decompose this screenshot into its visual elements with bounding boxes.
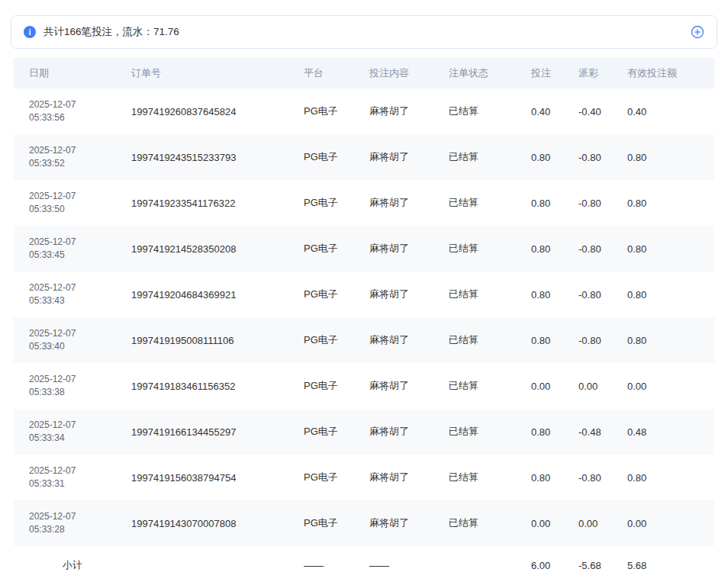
cell-bet: 0.00 (531, 500, 578, 546)
bet-records-table: 日期 订单号 平台 投注内容 注单状态 投注 派彩 有效投注额 2025-12-… (14, 58, 714, 584)
subtotal-platform: —— (304, 546, 369, 584)
subtotal-status (449, 546, 531, 584)
table-row: 2025-12-0705:33:381997419183461156352PG电… (14, 363, 714, 409)
cell-date: 2025-12-0705:33:34 (14, 409, 131, 455)
table-row: 2025-12-0705:33:281997419143070007808PG电… (14, 500, 714, 546)
cell-platform: PG电子 (304, 363, 369, 409)
cell-content: 麻将胡了 (369, 455, 449, 500)
cell-bet: 0.80 (531, 409, 578, 455)
cell-content: 麻将胡了 (369, 409, 449, 455)
subtotal-row: 小计 —— —— 6.00 -5.68 5.68 (14, 546, 714, 584)
cell-bet: 0.80 (531, 226, 578, 272)
cell-platform: PG电子 (304, 409, 369, 455)
circle-plus-icon[interactable] (691, 25, 704, 39)
cell-bet: 0.80 (531, 134, 578, 180)
summary-text: 共计166笔投注，流水：71.76 (43, 25, 691, 39)
col-header-payout: 派彩 (578, 58, 627, 88)
table-row: 2025-12-0705:33:401997419195008111106PG电… (14, 317, 714, 363)
cell-payout: -0.80 (578, 455, 627, 500)
cell-date: 2025-12-0705:33:50 (14, 180, 131, 226)
cell-order: 1997419204684369921 (131, 272, 304, 317)
cell-valid: 0.00 (627, 363, 714, 409)
col-header-platform: 平台 (304, 58, 369, 88)
cell-valid: 0.80 (627, 272, 714, 317)
cell-bet: 0.80 (531, 180, 578, 226)
cell-date: 2025-12-0705:33:43 (14, 272, 131, 317)
cell-date: 2025-12-0705:33:56 (14, 88, 131, 134)
cell-bet: 0.00 (531, 363, 578, 409)
cell-platform: PG电子 (304, 500, 369, 546)
cell-valid: 0.80 (627, 134, 714, 180)
cell-valid: 0.80 (627, 226, 714, 272)
cell-status: 已结算 (449, 317, 531, 363)
cell-status: 已结算 (449, 455, 531, 500)
cell-status: 已结算 (449, 180, 531, 226)
cell-platform: PG电子 (304, 272, 369, 317)
cell-payout: -0.40 (578, 88, 627, 134)
col-header-date: 日期 (14, 58, 131, 88)
table-row: 2025-12-0705:33:341997419166134455297PG电… (14, 409, 714, 455)
cell-platform: PG电子 (304, 180, 369, 226)
cell-content: 麻将胡了 (369, 272, 449, 317)
cell-valid: 0.00 (627, 500, 714, 546)
cell-status: 已结算 (449, 226, 531, 272)
cell-order: 1997419183461156352 (131, 363, 304, 409)
cell-platform: PG电子 (304, 226, 369, 272)
cell-date: 2025-12-0705:33:52 (14, 134, 131, 180)
cell-content: 麻将胡了 (369, 180, 449, 226)
cell-order: 1997419143070007808 (131, 500, 304, 546)
cell-date: 2025-12-0705:33:38 (14, 363, 131, 409)
cell-date: 2025-12-0705:33:31 (14, 455, 131, 500)
cell-content: 麻将胡了 (369, 317, 449, 363)
cell-valid: 0.40 (627, 88, 714, 134)
cell-bet: 0.80 (531, 317, 578, 363)
info-icon: i (24, 26, 36, 38)
cell-content: 麻将胡了 (369, 134, 449, 180)
cell-platform: PG电子 (304, 317, 369, 363)
cell-status: 已结算 (449, 134, 531, 180)
table-row: 2025-12-0705:33:561997419260837645824PG电… (14, 88, 714, 134)
subtotal-content: —— (369, 546, 449, 584)
table-row: 2025-12-0705:33:521997419243515233793PG电… (14, 134, 714, 180)
col-header-content: 投注内容 (369, 58, 449, 88)
cell-payout: -0.80 (578, 180, 627, 226)
cell-valid: 0.80 (627, 455, 714, 500)
cell-content: 麻将胡了 (369, 88, 449, 134)
subtotal-valid: 5.68 (627, 546, 714, 584)
table-body: 2025-12-0705:33:561997419260837645824PG电… (14, 88, 714, 546)
cell-payout: -0.80 (578, 272, 627, 317)
cell-payout: -0.80 (578, 317, 627, 363)
table-row: 2025-12-0705:33:451997419214528350208PG电… (14, 226, 714, 272)
cell-order: 1997419156038794754 (131, 455, 304, 500)
cell-bet: 0.40 (531, 88, 578, 134)
cell-order: 1997419214528350208 (131, 226, 304, 272)
cell-order: 1997419195008111106 (131, 317, 304, 363)
cell-status: 已结算 (449, 500, 531, 546)
cell-date: 2025-12-0705:33:28 (14, 500, 131, 546)
cell-order: 1997419233541176322 (131, 180, 304, 226)
subtotal-label: 小计 (14, 546, 131, 584)
cell-content: 麻将胡了 (369, 500, 449, 546)
cell-order: 1997419243515233793 (131, 134, 304, 180)
summary-bar: i 共计166笔投注，流水：71.76 (11, 15, 717, 49)
cell-payout: 0.00 (578, 363, 627, 409)
subtotal-bet: 6.00 (531, 546, 578, 584)
table-header-row: 日期 订单号 平台 投注内容 注单状态 投注 派彩 有效投注额 (14, 58, 714, 88)
table-row: 2025-12-0705:33:501997419233541176322PG电… (14, 180, 714, 226)
cell-platform: PG电子 (304, 88, 369, 134)
subtotal-order (131, 546, 304, 584)
cell-platform: PG电子 (304, 134, 369, 180)
cell-status: 已结算 (449, 409, 531, 455)
cell-order: 1997419260837645824 (131, 88, 304, 134)
cell-bet: 0.80 (531, 455, 578, 500)
cell-valid: 0.80 (627, 180, 714, 226)
cell-valid: 0.80 (627, 317, 714, 363)
cell-bet: 0.80 (531, 272, 578, 317)
cell-payout: -0.48 (578, 409, 627, 455)
cell-status: 已结算 (449, 363, 531, 409)
cell-payout: 0.00 (578, 500, 627, 546)
cell-content: 麻将胡了 (369, 226, 449, 272)
table-row: 2025-12-0705:33:311997419156038794754PG电… (14, 455, 714, 500)
cell-payout: -0.80 (578, 226, 627, 272)
cell-status: 已结算 (449, 88, 531, 134)
